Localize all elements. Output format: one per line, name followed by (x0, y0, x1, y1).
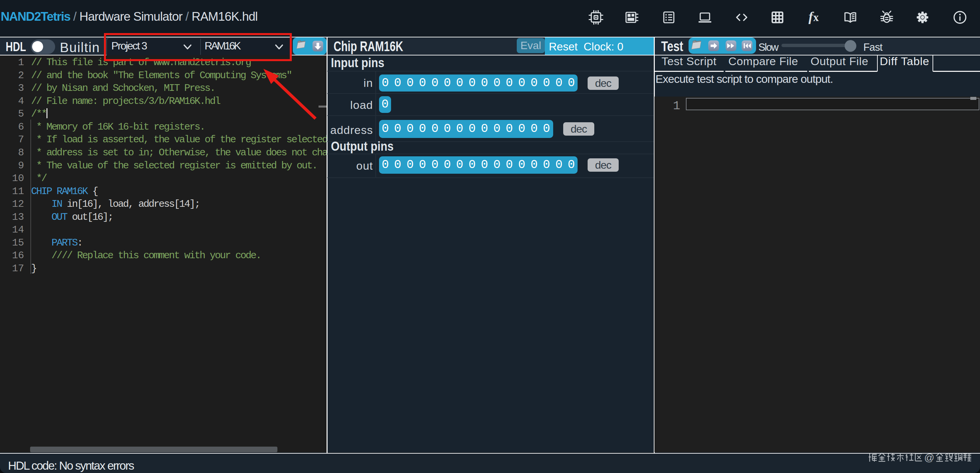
svg-text:x: x (813, 11, 819, 23)
svg-text:@: @ (924, 452, 934, 463)
